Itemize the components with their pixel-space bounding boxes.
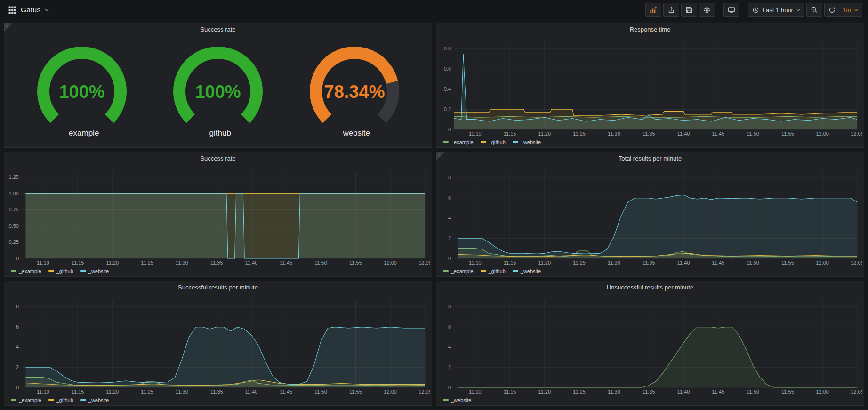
legend-item-_example[interactable]: _example — [443, 268, 474, 274]
legend-item-_website[interactable]: _website — [443, 397, 471, 403]
legend-series-label: _example — [19, 268, 41, 274]
legend-series-label: _github — [56, 397, 73, 403]
cycle-view-button[interactable] — [723, 3, 739, 17]
refresh-interval-label: 1m — [843, 7, 851, 14]
svg-text:1.25: 1.25 — [9, 174, 19, 180]
svg-text:0: 0 — [448, 256, 451, 261]
legend-item-_example[interactable]: _example — [11, 397, 41, 403]
panel-title[interactable]: Unsuccessful results per minute — [436, 281, 864, 294]
svg-text:11:30: 11:30 — [176, 260, 188, 265]
legend-series-marker — [443, 270, 449, 272]
svg-text:11:15: 11:15 — [72, 260, 84, 265]
svg-text:0.2: 0.2 — [444, 106, 451, 112]
add-panel-button[interactable] — [645, 3, 661, 17]
svg-text:11:20: 11:20 — [106, 260, 119, 265]
legend-series-marker — [513, 270, 518, 272]
legend-series-label: _github — [489, 139, 506, 145]
svg-text:12:05: 12:05 — [418, 260, 430, 265]
panel-unsuccessful-results: Unsuccessful results per minute 11:1011:… — [436, 281, 864, 406]
svg-text:0: 0 — [448, 385, 451, 390]
svg-text:12:00: 12:00 — [384, 389, 397, 394]
panel-success-rate-graph: Success rate 11:1011:1511:2011:2511:3011… — [4, 152, 432, 277]
dashboard-grid: i Success rate 100%_example100%_github78… — [0, 20, 868, 409]
svg-text:11:35: 11:35 — [643, 131, 655, 137]
success-rate-graph[interactable]: 11:1011:1511:2011:2511:3011:3511:4011:45… — [6, 167, 430, 267]
legend-item-_website[interactable]: _website — [513, 139, 541, 145]
legend-series-marker — [48, 270, 54, 272]
legend-item-_website[interactable]: _website — [80, 397, 109, 403]
gauge-value: 100% — [59, 82, 104, 102]
share-dashboard-button[interactable] — [663, 3, 679, 17]
svg-text:11:55: 11:55 — [781, 389, 794, 394]
share-icon — [667, 6, 675, 14]
svg-text:12:00: 12:00 — [816, 389, 829, 394]
panel-title[interactable]: Total results per minute — [436, 152, 864, 165]
refresh-icon — [828, 7, 836, 14]
svg-text:8: 8 — [16, 304, 19, 309]
add-panel-icon — [650, 6, 657, 14]
legend-series-label: _website — [521, 268, 541, 274]
legend-series-label: _example — [451, 268, 474, 274]
legend-series-marker — [48, 399, 54, 401]
save-dashboard-button[interactable] — [681, 3, 697, 17]
gauge-_website: 78.34%_website — [296, 45, 413, 138]
dashboard-settings-button[interactable] — [699, 3, 715, 17]
legend: _example_github_website — [438, 138, 862, 146]
dashboard-title: Gatus — [21, 6, 40, 14]
successful-results-graph[interactable]: 11:1011:1511:2011:2511:3011:3511:4011:45… — [6, 296, 430, 396]
svg-text:11:40: 11:40 — [677, 260, 690, 265]
svg-text:11:10: 11:10 — [469, 260, 482, 265]
svg-text:8: 8 — [448, 304, 451, 309]
svg-text:11:35: 11:35 — [210, 260, 223, 265]
legend-series-marker — [481, 270, 486, 272]
svg-text:11:40: 11:40 — [245, 389, 258, 394]
legend-series-label: _website — [451, 397, 471, 403]
panel-title[interactable]: Success rate — [4, 23, 432, 36]
gauge-_example: 100%_example — [23, 45, 141, 138]
response-time-graph[interactable]: 11:1011:1511:2011:2511:3011:3511:4011:45… — [438, 38, 862, 138]
panel-title[interactable]: Success rate — [4, 152, 432, 165]
legend-item-_github[interactable]: _github — [48, 397, 73, 403]
legend-item-_github[interactable]: _github — [48, 268, 73, 274]
svg-text:11:15: 11:15 — [72, 389, 84, 394]
legend-item-_example[interactable]: _example — [11, 268, 41, 274]
time-range-picker[interactable]: Last 1 hour — [748, 3, 804, 17]
caret-down-icon — [854, 9, 858, 11]
refresh-button[interactable]: 1m — [824, 3, 862, 17]
save-icon — [685, 6, 693, 14]
legend-item-_website[interactable]: _website — [513, 268, 541, 274]
svg-text:11:15: 11:15 — [504, 260, 516, 265]
svg-text:11:55: 11:55 — [781, 260, 794, 265]
caret-down-icon — [796, 9, 800, 11]
panel-info-icon[interactable]: i — [4, 23, 13, 32]
legend-item-_example[interactable]: _example — [443, 139, 474, 145]
svg-text:11:20: 11:20 — [538, 131, 551, 137]
svg-text:0.75: 0.75 — [9, 207, 19, 212]
gauge-label: _github — [205, 129, 231, 138]
legend: _example_github_website — [438, 267, 862, 275]
svg-text:0.6: 0.6 — [444, 66, 451, 72]
svg-text:12:00: 12:00 — [384, 260, 397, 265]
dashboard-menu[interactable]: Gatus — [6, 4, 52, 16]
legend-item-_github[interactable]: _github — [481, 268, 506, 274]
legend-item-_github[interactable]: _github — [481, 139, 506, 145]
legend-series-marker — [513, 141, 518, 143]
clock-icon — [752, 7, 759, 14]
legend-series-label: _website — [88, 268, 109, 274]
svg-text:11:55: 11:55 — [349, 260, 362, 265]
cycle-view-monitor-icon — [728, 6, 735, 14]
unsuccessful-results-graph[interactable]: 11:1011:1511:2011:2511:3011:3511:4011:45… — [438, 296, 862, 396]
panel-title[interactable]: Successful results per minute — [4, 281, 432, 294]
zoom-out-button[interactable] — [806, 3, 822, 17]
svg-text:4: 4 — [448, 215, 451, 221]
svg-text:11:45: 11:45 — [712, 260, 724, 265]
panel-title[interactable]: Response time — [436, 23, 864, 36]
legend-item-_website[interactable]: _website — [80, 268, 109, 274]
svg-text:1.00: 1.00 — [9, 191, 19, 196]
svg-text:11:50: 11:50 — [314, 389, 327, 394]
svg-text:11:50: 11:50 — [314, 260, 327, 265]
svg-text:12:05: 12:05 — [851, 389, 862, 394]
total-results-graph[interactable]: 11:1011:1511:2011:2511:3011:3511:4011:45… — [438, 167, 862, 267]
panel-info-icon[interactable]: i — [436, 152, 445, 161]
svg-text:11:40: 11:40 — [677, 131, 690, 137]
